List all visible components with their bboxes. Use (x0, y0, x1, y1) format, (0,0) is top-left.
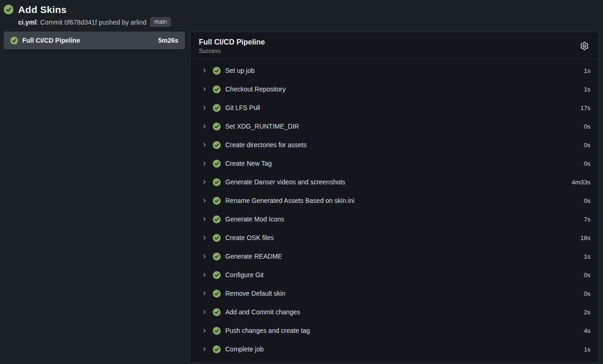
step-duration: 1s (584, 86, 590, 93)
check-circle-icon (213, 290, 221, 298)
chevron-right-icon (202, 291, 207, 296)
check-circle-icon (213, 160, 221, 168)
check-circle-icon (213, 215, 221, 223)
check-circle-icon (213, 141, 221, 149)
step-list: Set up job 1s Checkout Repository 1s Git… (190, 59, 599, 360)
step-duration: 0s (584, 290, 590, 297)
run-title: Add Skins (18, 4, 171, 16)
check-circle-icon (213, 327, 221, 335)
step-name: Set XDG_RUNTIME_DIR (225, 123, 584, 130)
check-circle-icon (10, 37, 18, 45)
step-duration: 0s (584, 272, 590, 279)
step-duration: 18s (580, 234, 590, 241)
job-panel-header: Full CI/CD Pipeline Success (190, 32, 599, 59)
step-name: Git LFS Pull (225, 104, 580, 111)
gear-icon (580, 42, 589, 50)
step-name: Rename Generated Assets Based on skin.in… (225, 197, 584, 204)
step-row[interactable]: Generate Danser videos and screenshots 4… (190, 173, 599, 191)
sidebar-job-item[interactable]: Full CI/CD Pipeline 5m26s (4, 32, 185, 49)
step-duration: 2s (584, 309, 590, 316)
step-row[interactable]: Set up job 1s (190, 61, 599, 80)
step-row[interactable]: Create OSK files 18s (190, 228, 599, 247)
chevron-right-icon (202, 254, 207, 259)
chevron-right-icon (202, 161, 207, 166)
check-circle-icon (213, 67, 221, 75)
check-circle-icon (213, 85, 221, 93)
step-name: Create New Tag (225, 160, 584, 167)
step-row[interactable]: Create New Tag 0s (190, 154, 599, 173)
chevron-right-icon (202, 216, 207, 222)
step-row[interactable]: Complete job 1s (190, 340, 599, 358)
step-row[interactable]: Checkout Repository 1s (190, 80, 599, 98)
check-circle-icon (213, 123, 221, 130)
step-name: Checkout Repository (225, 85, 584, 93)
chevron-right-icon (202, 272, 207, 278)
step-row[interactable]: Generate Mod Icons 7s (190, 210, 599, 228)
chevron-right-icon (202, 105, 207, 110)
step-row[interactable]: Rename Generated Assets Based on skin.in… (190, 191, 599, 210)
step-row[interactable]: Generate README 1s (190, 247, 599, 266)
step-name: Generate Danser videos and screenshots (225, 178, 571, 186)
step-duration: 0s (584, 123, 590, 130)
check-circle-icon (213, 253, 221, 260)
chevron-right-icon (202, 179, 207, 185)
check-circle-icon (213, 271, 221, 279)
commit-text: : Commit 0f678d341f pushed by arlind (37, 19, 147, 26)
job-name: Full CI/CD Pipeline (22, 37, 158, 44)
step-duration: 1s (584, 346, 590, 353)
chevron-right-icon (202, 346, 207, 352)
gear-icon[interactable] (578, 40, 590, 52)
step-name: Remove Default skin (225, 290, 584, 297)
job-panel-title: Full CI/CD Pipeline (199, 37, 265, 47)
step-duration: 7s (584, 216, 590, 223)
step-name: Push changes and create tag (225, 327, 584, 334)
chevron-right-icon (202, 86, 207, 92)
step-row[interactable]: Git LFS Pull 17s (190, 98, 599, 117)
step-row[interactable]: Create directories for assets 0s (190, 136, 599, 154)
jobs-sidebar: Full CI/CD Pipeline 5m26s (4, 32, 185, 49)
check-circle-icon (213, 178, 221, 186)
step-duration: 1s (584, 67, 590, 74)
step-duration: 4m33s (571, 179, 590, 186)
check-circle-icon (213, 197, 221, 205)
step-duration: 17s (580, 104, 590, 111)
step-row[interactable]: Configure Git 0s (190, 266, 599, 284)
branch-badge[interactable]: main (150, 17, 171, 27)
job-duration: 5m26s (158, 37, 178, 44)
check-circle-icon (213, 308, 221, 316)
step-name: Create OSK files (225, 234, 580, 241)
chevron-right-icon (202, 309, 207, 315)
step-name: Configure Git (225, 271, 584, 279)
chevron-right-icon (202, 328, 207, 333)
chevron-right-icon (202, 235, 207, 240)
step-duration: 1s (584, 253, 590, 260)
step-name: Add and Commit changes (225, 308, 584, 316)
workflow-file: ci.yml (18, 19, 37, 26)
run-header: Add Skins ci.yml: Commit 0f678d341f push… (4, 4, 599, 32)
step-name: Create directories for assets (225, 141, 584, 149)
step-row[interactable]: Add and Commit changes 2s (190, 303, 599, 321)
step-duration: 4s (584, 327, 590, 334)
job-status-label: Success (199, 48, 265, 54)
check-circle-icon (4, 5, 13, 14)
step-name: Set up job (225, 67, 584, 74)
check-circle-icon (213, 104, 221, 112)
step-row[interactable]: Remove Default skin 0s (190, 284, 599, 303)
step-row[interactable]: Push changes and create tag 4s (190, 321, 599, 340)
chevron-right-icon (202, 142, 207, 148)
chevron-right-icon (202, 68, 207, 73)
step-name: Generate Mod Icons (225, 215, 584, 223)
step-name: Generate README (225, 253, 584, 260)
chevron-right-icon (202, 198, 207, 203)
step-duration: 0s (584, 142, 590, 149)
step-duration: 0s (584, 160, 590, 167)
check-circle-icon (213, 234, 221, 242)
step-duration: 0s (584, 197, 590, 204)
step-row[interactable]: Set XDG_RUNTIME_DIR 0s (190, 117, 599, 136)
chevron-right-icon (202, 124, 207, 129)
job-panel: Full CI/CD Pipeline Success Set up job 1… (190, 32, 599, 363)
check-circle-icon (213, 345, 221, 353)
run-subtitle: ci.yml: Commit 0f678d341f pushed by arli… (18, 17, 171, 27)
step-name: Complete job (225, 345, 584, 353)
